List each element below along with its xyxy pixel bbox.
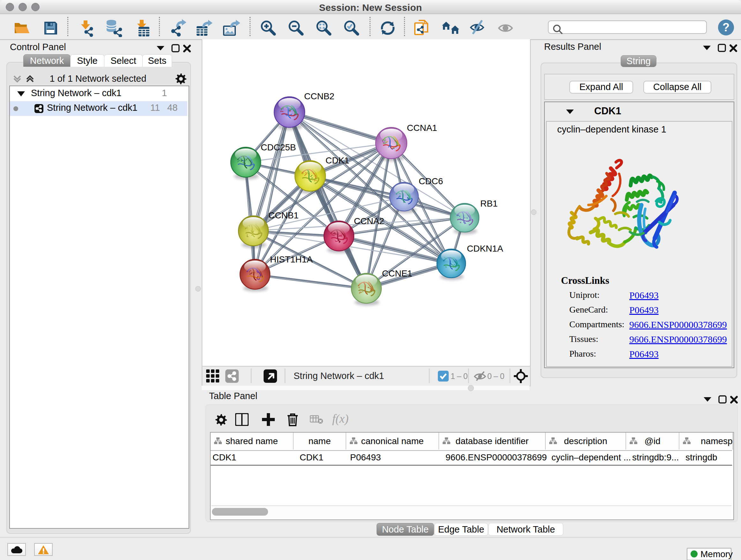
svg-text:CDC25B: CDC25B <box>261 142 296 152</box>
svg-text:RB1: RB1 <box>480 199 497 208</box>
svg-text:HIST1H1A: HIST1H1A <box>270 254 313 264</box>
svg-text:?: ? <box>723 21 730 34</box>
svg-text:CCNB1: CCNB1 <box>268 210 299 220</box>
svg-text:CDK1: CDK1 <box>326 155 349 165</box>
svg-text:CCNE1: CCNE1 <box>382 268 412 278</box>
svg-text:CCNB2: CCNB2 <box>304 91 334 101</box>
svg-text:CCNA1: CCNA1 <box>407 123 437 133</box>
svg-text:CDC6: CDC6 <box>419 176 443 186</box>
svg-text:CCNA2: CCNA2 <box>354 216 384 226</box>
svg-text:CDKN1A: CDKN1A <box>467 244 503 253</box>
